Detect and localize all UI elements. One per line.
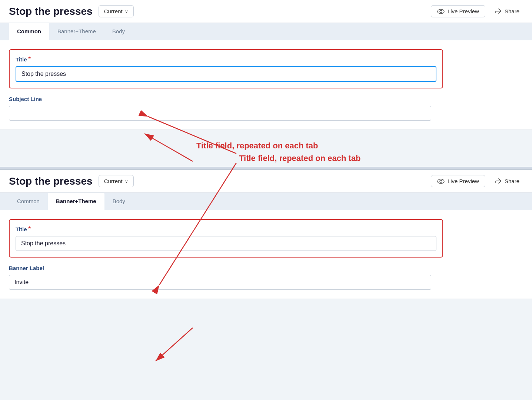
eye-icon-2 bbox=[437, 179, 445, 184]
tab-body-2[interactable]: Body bbox=[104, 193, 133, 210]
panel-2: Stop the presses Current ∨ Live Preview … bbox=[0, 170, 532, 299]
title-label-2: Title * bbox=[16, 226, 436, 232]
panel-1-content: Title * Subject Line bbox=[0, 40, 452, 130]
panel-2-tabs: Common Banner+Theme Body bbox=[0, 193, 532, 210]
share-icon bbox=[495, 8, 502, 15]
svg-line-4 bbox=[144, 134, 193, 161]
subject-line-label: Subject Line bbox=[9, 96, 443, 102]
title-label-1: Title * bbox=[16, 56, 436, 63]
tab-common-2[interactable]: Common bbox=[9, 193, 48, 210]
svg-point-0 bbox=[438, 9, 444, 14]
live-preview-label-2: Live Preview bbox=[448, 178, 479, 184]
eye-icon bbox=[437, 9, 445, 14]
panel-2-content: Title * Banner Label bbox=[0, 210, 452, 299]
svg-point-1 bbox=[440, 10, 442, 13]
tab-banner-theme-1[interactable]: Banner+Theme bbox=[49, 23, 104, 40]
required-star-1: * bbox=[29, 56, 31, 63]
live-preview-label: Live Preview bbox=[448, 8, 479, 14]
panel-2-title: Stop the presses bbox=[9, 175, 93, 187]
title-input-1[interactable] bbox=[16, 66, 436, 82]
chevron-down-icon-2: ∨ bbox=[125, 179, 128, 184]
subject-line-input[interactable] bbox=[9, 106, 431, 121]
subject-line-section: Subject Line bbox=[9, 96, 443, 121]
current-version-button-2[interactable]: Current ∨ bbox=[99, 175, 134, 187]
panel-divider bbox=[0, 167, 532, 170]
required-star-2: * bbox=[29, 226, 31, 232]
panel-2-header: Stop the presses Current ∨ Live Preview … bbox=[0, 170, 532, 193]
svg-line-5 bbox=[156, 328, 193, 361]
live-preview-button-2[interactable]: Live Preview bbox=[431, 175, 485, 187]
annotation-text: Title field, repeated on each tab bbox=[196, 141, 318, 151]
chevron-down-icon: ∨ bbox=[125, 9, 128, 14]
tab-banner-theme-2[interactable]: Banner+Theme bbox=[48, 193, 104, 210]
title-input-2[interactable] bbox=[16, 236, 436, 251]
annotation-layer: Title field, repeated on each tab bbox=[0, 130, 532, 167]
svg-point-7 bbox=[440, 180, 442, 182]
share-button-2[interactable]: Share bbox=[491, 175, 523, 187]
banner-label-label: Banner Label bbox=[9, 265, 443, 271]
share-icon-2 bbox=[495, 178, 502, 185]
banner-label-section: Banner Label bbox=[9, 265, 443, 290]
share-label-2: Share bbox=[505, 178, 519, 184]
current-btn-label: Current bbox=[104, 8, 123, 14]
banner-label-input[interactable] bbox=[9, 275, 431, 290]
share-button[interactable]: Share bbox=[491, 6, 523, 17]
tab-common-1[interactable]: Common bbox=[9, 23, 49, 40]
current-btn-label-2: Current bbox=[104, 178, 123, 184]
live-preview-button[interactable]: Live Preview bbox=[431, 5, 485, 17]
panel-1-tabs: Common Banner+Theme Body bbox=[0, 23, 532, 40]
share-label: Share bbox=[505, 8, 519, 14]
current-version-button[interactable]: Current ∨ bbox=[99, 5, 134, 17]
svg-point-6 bbox=[438, 179, 444, 184]
panel-1-header: Stop the presses Current ∨ Live Preview … bbox=[0, 0, 532, 23]
title-section-1: Title * bbox=[9, 49, 443, 88]
title-section-2: Title * bbox=[9, 219, 443, 258]
panel-1-title: Stop the presses bbox=[9, 6, 93, 17]
panel-1: Stop the presses Current ∨ Live Preview … bbox=[0, 0, 532, 130]
tab-body-1[interactable]: Body bbox=[104, 23, 133, 40]
